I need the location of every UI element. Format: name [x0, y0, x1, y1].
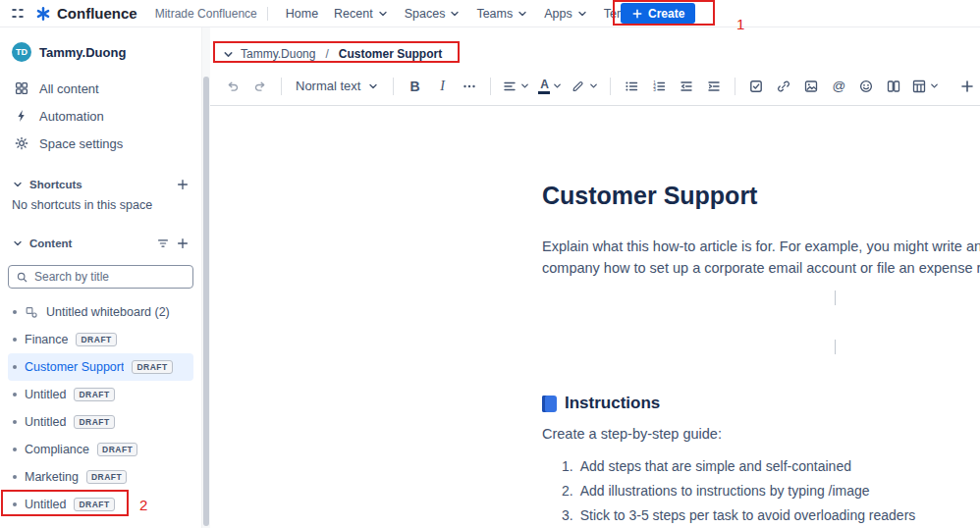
redo-button[interactable] [247, 74, 273, 99]
svg-text:3: 3 [654, 87, 657, 92]
nav-teams[interactable]: Teams [468, 0, 536, 27]
table-dropdown[interactable] [908, 74, 943, 99]
list-item-customer-support[interactable]: Customer Support DRAFT [8, 353, 193, 381]
list-item[interactable]: 1. Add steps that are simple and self-co… [562, 453, 915, 478]
step-text: Add steps that are simple and self-conta… [580, 458, 851, 474]
shortcuts-empty-text: No shortcuts in this space [8, 196, 193, 218]
sidebar-scrollbar[interactable] [201, 27, 210, 528]
list-item-compliance[interactable]: Compliance DRAFT [8, 436, 193, 463]
nav-spaces[interactable]: Spaces [397, 0, 469, 27]
divider-mark [835, 290, 836, 305]
alignment-dropdown[interactable] [499, 74, 533, 99]
chevron-down-icon[interactable] [222, 48, 235, 61]
instructions-heading[interactable]: Instructions [542, 394, 660, 413]
list-item-label: Untitled whiteboard (2) [46, 305, 170, 319]
chevron-down-icon [449, 8, 461, 20]
step-number: 1. [562, 458, 573, 474]
list-item-untitled-3[interactable]: Untitled DRAFT [8, 491, 193, 518]
draft-badge: DRAFT [74, 498, 114, 511]
list-item-untitled-2[interactable]: Untitled DRAFT [8, 408, 193, 436]
breadcrumb-parent[interactable]: Tammy.Duong [241, 47, 315, 61]
numbered-list-button[interactable]: 123 [646, 74, 672, 99]
content-search[interactable] [8, 265, 193, 289]
breadcrumb: Tammy.Duong / Customer Support [222, 45, 442, 63]
list-item-label: Untitled [25, 498, 66, 511]
sidebar-create-button[interactable]: Create [8, 520, 193, 528]
list-item[interactable]: 2. Add illustrations to instructions by … [562, 478, 915, 502]
sidebar-item-all-content[interactable]: All content [8, 75, 193, 102]
bold-glyph: B [409, 79, 419, 94]
highlight-color-dropdown[interactable] [568, 74, 602, 99]
sidebar-item-automation[interactable]: Automation [8, 102, 193, 130]
shortcuts-section-header[interactable]: Shortcuts [8, 173, 193, 196]
content-section-header[interactable]: Content [8, 232, 193, 255]
list-item-untitled-whiteboard[interactable]: Untitled whiteboard (2) [8, 298, 193, 326]
breadcrumb-current[interactable]: Customer Support [339, 47, 442, 61]
plus-icon [631, 8, 643, 20]
list-item[interactable]: 3. Stick to 3-5 steps per task to avoid … [562, 502, 915, 527]
sidebar-item-space-settings[interactable]: Space settings [8, 130, 193, 157]
toolbar-divider [490, 78, 491, 95]
task-list-button[interactable] [743, 74, 769, 99]
page-title[interactable]: Customer Support [542, 182, 757, 210]
nav-apps[interactable]: Apps [536, 0, 596, 27]
bold-button[interactable]: B [402, 74, 427, 99]
space-header[interactable]: TD Tammy.Duong [8, 41, 193, 63]
toolbar-divider [393, 78, 394, 95]
bullet-dot [13, 420, 17, 424]
create-button[interactable]: Create [621, 3, 695, 24]
indent-button[interactable] [701, 74, 727, 99]
intro-line-2: company how to set up a corporate email … [542, 258, 980, 280]
search-input[interactable] [34, 270, 186, 284]
chevron-down-icon [929, 80, 940, 91]
intro-paragraph[interactable]: Explain what this how-to article is for.… [542, 237, 980, 279]
add-content-icon[interactable] [176, 237, 190, 250]
chevron-down-icon [588, 80, 599, 91]
nav-recent[interactable]: Recent [326, 0, 397, 27]
draft-badge: DRAFT [86, 470, 127, 484]
bullet-dot [13, 502, 17, 506]
text-color-dropdown[interactable]: A [535, 74, 566, 99]
nav-recent-label: Recent [334, 7, 373, 21]
bullet-dot [13, 365, 17, 369]
shortcuts-title: Shortcuts [29, 179, 82, 190]
link-button[interactable] [771, 74, 796, 99]
chevron-down-icon[interactable] [12, 238, 24, 249]
bullet-dot [13, 338, 17, 342]
layout-button[interactable] [881, 74, 906, 99]
add-shortcut-icon[interactable] [176, 178, 190, 191]
insert-button[interactable] [954, 74, 980, 99]
outdent-button[interactable] [674, 74, 699, 99]
sidebar-item-label: Space settings [39, 136, 123, 151]
nav-teams-label: Teams [476, 7, 513, 21]
mention-button[interactable]: @ [826, 74, 851, 99]
step-number: 3. [562, 507, 573, 523]
content-title: Content [29, 238, 72, 249]
confluence-logo[interactable]: Confluence [35, 5, 137, 22]
more-formatting-button[interactable] [457, 74, 482, 99]
emoji-button[interactable] [853, 74, 879, 99]
text-style-dropdown[interactable]: Normal text [290, 74, 385, 99]
space-nav: All content Automation Space settings [8, 75, 193, 157]
filter-icon[interactable] [156, 237, 170, 250]
chevron-down-icon[interactable] [12, 179, 24, 190]
undo-button[interactable] [220, 74, 245, 99]
list-item-finance[interactable]: Finance DRAFT [8, 326, 193, 353]
app-switcher-icon[interactable] [12, 8, 24, 20]
image-button[interactable] [798, 74, 824, 99]
instructions-lead[interactable]: Create a step-by-step guide: [542, 426, 722, 442]
list-item-untitled-1[interactable]: Untitled DRAFT [8, 381, 193, 408]
top-navigation-bar: Confluence Mitrade Confluence Home Recen… [0, 0, 980, 27]
bullet-dot [13, 448, 17, 451]
nav-home[interactable]: Home [278, 0, 326, 27]
space-name: Tammy.Duong [39, 45, 126, 60]
sidebar-item-label: All content [39, 81, 99, 96]
chevron-down-icon [517, 8, 528, 20]
nav-spaces-label: Spaces [405, 7, 446, 21]
draft-badge: DRAFT [132, 360, 172, 374]
scrollbar-thumb[interactable] [203, 77, 209, 526]
list-item-marketing[interactable]: Marketing DRAFT [8, 463, 193, 491]
italic-button[interactable]: I [429, 74, 455, 99]
bullet-list-button[interactable] [619, 74, 644, 99]
list-item-label: Untitled [25, 388, 66, 401]
